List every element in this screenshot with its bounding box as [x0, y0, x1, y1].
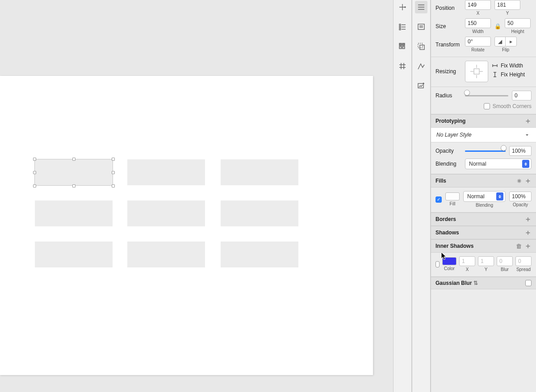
- opacity-input[interactable]: [509, 146, 532, 156]
- geometry-section: Position X Y Size Width 🔒 Height Tran: [431, 0, 536, 57]
- resizing-section: Resizing Fix Width Fix Height: [431, 57, 536, 87]
- rotate-input[interactable]: [465, 37, 491, 46]
- blending-select[interactable]: Normal: [465, 158, 532, 169]
- canvas-rect[interactable]: [35, 159, 113, 185]
- mask-icon[interactable]: [415, 40, 427, 53]
- position-y-input[interactable]: [494, 0, 520, 10]
- svg-rect-2: [399, 26, 401, 28]
- grid-small-icon[interactable]: [396, 40, 409, 53]
- prototyping-header[interactable]: Prototyping ＋: [431, 114, 536, 128]
- canvas-rect[interactable]: [221, 242, 298, 267]
- svg-rect-8: [418, 24, 424, 29]
- position-x-sub: X: [477, 11, 480, 16]
- image-add-icon[interactable]: [415, 79, 427, 92]
- canvas-rect[interactable]: [35, 242, 113, 267]
- size-width-sub: Width: [472, 29, 484, 34]
- select-arrows-icon: [496, 192, 503, 200]
- opacity-slider[interactable]: [465, 147, 506, 154]
- canvas-rect[interactable]: [127, 242, 205, 267]
- svg-rect-9: [418, 43, 423, 48]
- shadows-header[interactable]: Shadows ＋: [431, 226, 536, 239]
- size-width-input[interactable]: [465, 18, 491, 28]
- distribute-icon[interactable]: [396, 1, 409, 13]
- opacity-label: Opacity: [436, 148, 461, 154]
- add-prototyping-icon[interactable]: ＋: [524, 117, 532, 125]
- borders-header[interactable]: Borders ＋: [431, 213, 536, 226]
- fill-sub: Fill: [450, 201, 456, 206]
- fill-opacity-sub: Opacity: [513, 202, 528, 207]
- svg-rect-1: [399, 24, 401, 25]
- inner-shadows-header[interactable]: Inner Shadows 🗑 ＋: [431, 239, 536, 253]
- text-block-icon[interactable]: [415, 21, 427, 33]
- fill-blending-select[interactable]: Normal: [463, 191, 506, 202]
- lock-icon[interactable]: 🔒: [494, 23, 501, 29]
- fills-gear-icon[interactable]: ✷: [517, 178, 522, 184]
- fix-height-toggle[interactable]: Fix Height: [492, 71, 525, 78]
- canvas[interactable]: [0, 0, 393, 392]
- grid-large-icon[interactable]: [396, 60, 409, 72]
- layer-style-select[interactable]: No Layer Style: [431, 128, 536, 142]
- transform-label: Transform: [436, 42, 461, 48]
- fill-row: Fill Normal Blending Opacity: [431, 188, 536, 213]
- flip-sub: Flip: [502, 47, 509, 52]
- radius-input[interactable]: [512, 91, 532, 100]
- gaussian-enabled-checkbox[interactable]: [525, 280, 532, 286]
- flip-horizontal-icon[interactable]: ◢: [495, 37, 506, 46]
- inner-shadow-enabled-checkbox[interactable]: [436, 261, 440, 267]
- canvas-rect[interactable]: [35, 200, 113, 226]
- vector-icon[interactable]: [415, 60, 427, 72]
- svg-rect-4: [399, 43, 402, 46]
- smooth-corners-label: Smooth Corners: [493, 103, 532, 109]
- chevron-down-icon: [523, 131, 531, 139]
- svg-rect-7: [402, 46, 405, 49]
- fix-width-toggle[interactable]: Fix Width: [492, 63, 525, 69]
- canvas-rect[interactable]: [127, 159, 205, 185]
- inner-shadow-blur-input[interactable]: [497, 256, 513, 266]
- inner-shadow-y-input[interactable]: [478, 256, 494, 266]
- position-y-sub: Y: [506, 11, 509, 16]
- fill-enabled-checkbox[interactable]: [436, 196, 442, 203]
- fill-color-swatch[interactable]: [445, 192, 460, 200]
- fills-header[interactable]: Fills ✷ ＋: [431, 174, 536, 188]
- svg-rect-3: [399, 29, 401, 30]
- gaussian-stepper-icon[interactable]: ⇅: [473, 280, 478, 286]
- canvas-rect[interactable]: [221, 200, 298, 226]
- blending-label: Blending: [436, 161, 461, 167]
- size-label: Size: [436, 23, 461, 29]
- svg-rect-5: [402, 43, 405, 46]
- gaussian-blur-header[interactable]: Gaussian Blur ⇅: [431, 277, 536, 289]
- rotate-sub: Rotate: [471, 47, 484, 52]
- inner-shadow-color-swatch[interactable]: [442, 257, 456, 265]
- inspector-tab-strip-b: [412, 0, 431, 392]
- fill-opacity-input[interactable]: [509, 192, 532, 201]
- flip-vertical-icon[interactable]: ▸: [506, 37, 516, 46]
- constraints-icon: [469, 64, 485, 79]
- resizing-constraints-widget[interactable]: [465, 61, 488, 82]
- inner-shadow-spread-input[interactable]: [515, 256, 532, 266]
- smooth-corners-checkbox[interactable]: [484, 103, 490, 109]
- trash-icon[interactable]: 🗑: [516, 243, 522, 250]
- position-x-input[interactable]: [465, 0, 491, 10]
- add-shadow-icon[interactable]: ＋: [524, 229, 532, 236]
- add-fill-icon[interactable]: ＋: [524, 177, 532, 184]
- size-height-input[interactable]: [505, 18, 531, 28]
- add-border-icon[interactable]: ＋: [524, 216, 532, 223]
- resizing-label: Resizing: [436, 68, 461, 75]
- size-height-sub: Height: [511, 29, 524, 34]
- canvas-rect[interactable]: [221, 159, 298, 185]
- inner-shadow-x-input[interactable]: [459, 256, 475, 266]
- radius-section: Radius Smooth Corners: [431, 87, 536, 114]
- appearance-section: Opacity Blending Normal: [431, 142, 536, 174]
- inner-shadow-row: Color X Y Blur Spread: [431, 253, 536, 277]
- align-icon[interactable]: [415, 1, 427, 13]
- position-label: Position: [436, 5, 461, 11]
- canvas-rect[interactable]: [127, 200, 205, 226]
- svg-rect-10: [420, 45, 424, 50]
- flip-toggle[interactable]: ◢ ▸: [494, 37, 517, 46]
- svg-rect-6: [399, 46, 402, 49]
- select-arrows-icon: [522, 160, 529, 168]
- list-icon[interactable]: [396, 21, 409, 33]
- radius-label: Radius: [436, 92, 461, 99]
- radius-slider[interactable]: [465, 92, 508, 99]
- add-inner-shadow-icon[interactable]: ＋: [524, 242, 532, 250]
